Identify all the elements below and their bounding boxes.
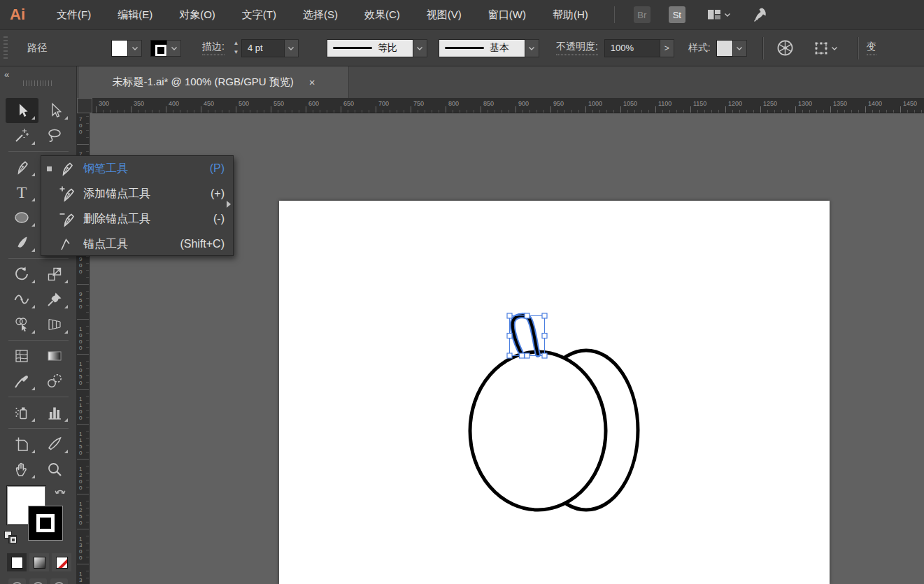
color-mode-button[interactable] — [7, 553, 27, 571]
menu-select[interactable]: 选择(S) — [290, 0, 351, 29]
stroke-indicator[interactable] — [28, 506, 63, 541]
tool-ellipse-shape[interactable] — [6, 205, 38, 230]
opacity-input[interactable]: 100% — [604, 39, 660, 57]
select-similar-control[interactable] — [813, 40, 839, 57]
horizontal-ruler[interactable]: 3003504004505005506006507007508008509009… — [92, 98, 924, 113]
transform-label[interactable]: 变 — [867, 41, 876, 55]
flyout-corner — [31, 116, 35, 120]
tool-zoom[interactable] — [38, 457, 71, 482]
flyout-item-delete-anchor[interactable]: 删除锚点工具 (-) — [41, 206, 233, 232]
hruler-tick — [110, 110, 111, 113]
hruler-tick — [578, 110, 579, 113]
vruler-tick — [86, 305, 89, 306]
flyout-item-add-anchor[interactable]: 添加锚点工具 (+) — [41, 181, 233, 206]
swap-fill-stroke-icon[interactable] — [53, 485, 67, 499]
tool-pen[interactable] — [6, 155, 38, 180]
gpu-performance-rocket-icon[interactable] — [752, 6, 769, 23]
opacity-expand-button[interactable]: > — [660, 39, 674, 57]
bridge-button[interactable]: Br — [634, 6, 651, 23]
stock-button[interactable]: St — [669, 6, 685, 23]
stroke-weight-stepper[interactable]: ▲ ▼ — [231, 39, 241, 57]
hruler-tick — [446, 106, 446, 113]
brush-definition-dropdown[interactable] — [525, 39, 539, 57]
tool-selection[interactable] — [6, 98, 38, 123]
recolor-artwork-icon[interactable] — [776, 38, 795, 57]
tool-artboard[interactable] — [6, 432, 38, 457]
tool-puppet-warp[interactable] — [38, 287, 71, 312]
tool-gradient[interactable] — [38, 343, 71, 369]
brush-definition-select[interactable]: 基本 — [439, 39, 525, 57]
vruler-tick — [77, 144, 89, 145]
hruler-tick — [683, 110, 684, 113]
hruler-label: 1000 — [588, 100, 602, 107]
tool-blend[interactable] — [38, 369, 71, 394]
menu-view[interactable]: 视图(V) — [413, 0, 475, 29]
workspace-layout-icon — [706, 6, 723, 23]
tool-scale[interactable] — [38, 262, 71, 287]
default-fill-stroke-icon[interactable] — [4, 531, 18, 545]
tool-column-graph[interactable] — [38, 400, 71, 425]
menu-window[interactable]: 窗口(W) — [475, 0, 539, 29]
stroke-swatch[interactable] — [150, 40, 167, 57]
ruler-origin-box[interactable] — [77, 98, 92, 113]
stroke-weight-input[interactable]: 4 pt — [241, 39, 285, 57]
tool-shape-builder[interactable] — [6, 312, 38, 337]
tool-hand[interactable] — [6, 457, 38, 482]
document-tab[interactable]: 未标题-1.ai* @ 100% (RGB/GPU 预览) × — [79, 66, 349, 98]
width-profile-select[interactable]: 等比 — [327, 39, 413, 57]
vruler-tick — [86, 123, 89, 124]
workspace-switcher[interactable] — [706, 6, 732, 23]
menu-type[interactable]: 文字(T) — [229, 0, 290, 29]
tool-symbol-sprayer[interactable] — [6, 400, 38, 425]
hruler-tick — [215, 110, 215, 113]
draw-normal-button[interactable] — [8, 578, 26, 584]
collapse-panel-button[interactable]: « — [4, 69, 10, 80]
width-profile-dropdown[interactable] — [413, 39, 427, 57]
tool-width[interactable] — [6, 287, 38, 312]
tool-type[interactable]: T — [6, 180, 38, 205]
none-mode-button[interactable] — [52, 553, 71, 571]
menu-object[interactable]: 对象(O) — [166, 0, 229, 29]
flyout-item-shortcut: (P) — [204, 162, 225, 175]
stroke-weight-label[interactable]: 描边: — [202, 41, 225, 55]
app-logo[interactable]: Ai — [10, 6, 25, 24]
menu-edit[interactable]: 编辑(E) — [104, 0, 166, 29]
hruler-tick — [166, 106, 166, 113]
panel-grip[interactable] — [23, 80, 54, 86]
menu-effect[interactable]: 效果(C) — [351, 0, 413, 29]
hruler-tick — [488, 110, 488, 113]
hruler-label: 700 — [378, 100, 389, 107]
draw-behind-button[interactable] — [29, 578, 47, 584]
opacity-label[interactable]: 不透明度: — [556, 41, 598, 55]
style-dropdown[interactable] — [733, 40, 747, 57]
draw-inside-button[interactable] — [50, 578, 68, 584]
tool-magic-wand[interactable] — [6, 123, 38, 148]
plum-stem-path[interactable] — [513, 315, 538, 355]
tool-eyedropper[interactable] — [6, 369, 38, 394]
gradient-mode-button[interactable] — [29, 553, 49, 571]
plum-front-ellipse[interactable] — [470, 352, 606, 510]
menu-file[interactable]: 文件(F) — [43, 0, 104, 29]
flyout-item-anchor-point[interactable]: 锚点工具 (Shift+C) — [41, 232, 233, 257]
style-swatch[interactable] — [716, 40, 733, 57]
fill-dropdown-button[interactable] — [128, 40, 142, 57]
stroke-dropdown-button[interactable] — [167, 40, 181, 57]
tool-paintbrush[interactable] — [6, 230, 38, 255]
tool-lasso[interactable] — [38, 123, 71, 148]
menu-help[interactable]: 帮助(H) — [539, 0, 602, 29]
tool-slice[interactable] — [38, 432, 71, 457]
tool-direct-selection[interactable] — [38, 98, 71, 123]
stepper-up-icon[interactable]: ▲ — [231, 39, 241, 48]
tool-rotate[interactable] — [6, 262, 38, 287]
tool-perspective-grid[interactable] — [38, 312, 71, 337]
flyout-tearoff-arrow[interactable] — [227, 201, 231, 208]
fill-swatch[interactable] — [111, 40, 128, 57]
fill-color-control[interactable] — [111, 40, 142, 57]
panel-drag-handle[interactable] — [3, 36, 8, 60]
tab-close-icon[interactable]: × — [309, 76, 315, 88]
flyout-item-pen[interactable]: 钢笔工具 (P) — [41, 156, 233, 181]
stroke-color-control[interactable] — [150, 40, 181, 57]
stroke-weight-dropdown[interactable] — [285, 39, 299, 57]
tool-mesh[interactable] — [6, 343, 38, 369]
stepper-down-icon[interactable]: ▼ — [231, 48, 241, 57]
